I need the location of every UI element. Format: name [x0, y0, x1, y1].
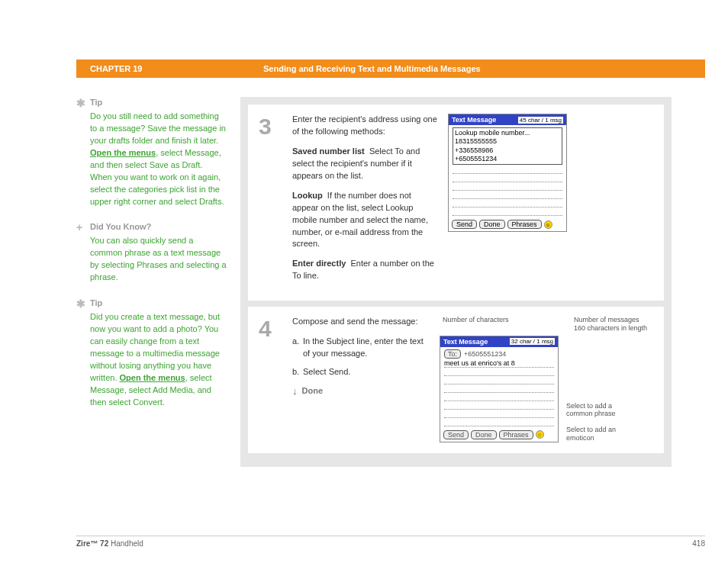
step-3: 3 Enter the recipient's address using on… [248, 105, 664, 301]
char-counter: 45 char / 1 msg [518, 117, 563, 124]
chapter-title: Sending and Receiving Text and Multimedi… [263, 64, 481, 73]
step-number: 4 [259, 316, 282, 442]
callout-emoticon: Select to add an emoticon [566, 426, 635, 442]
asterisk-icon: ✱ [76, 95, 85, 111]
phrases-button[interactable]: Phrases [499, 430, 533, 439]
step-text: Enter the recipient's address using one … [292, 114, 437, 290]
tip-block-1: ✱ Tip Do you still need to add something… [76, 97, 227, 208]
dyk-body: You can also quickly send a common phras… [76, 235, 227, 284]
chapter-label: CHAPTER 19 [90, 64, 263, 73]
done-marker: ↓ Done [292, 384, 429, 399]
to-value: +6505551234 [464, 350, 506, 358]
asterisk-icon: ✱ [76, 296, 85, 311]
arrow-down-icon: ↓ [292, 384, 298, 399]
send-button[interactable]: Send [443, 430, 469, 439]
to-button[interactable]: To: [444, 349, 461, 359]
step-number: 3 [259, 114, 282, 290]
page-footer: Zire™ 72 Handheld 418 [76, 536, 705, 548]
page-number: 418 [692, 539, 705, 548]
tip-body: Do you still need to add something to a … [76, 111, 227, 208]
device-title: Text Message [452, 116, 496, 124]
steps-panel: 3 Enter the recipient's address using on… [240, 97, 672, 467]
phrases-button[interactable]: Phrases [507, 220, 542, 229]
device-title: Text Message [443, 338, 488, 346]
emoticon-icon[interactable]: ☺ [536, 430, 544, 439]
done-button[interactable]: Done [471, 430, 497, 439]
device-diagram-4: Number of characters Number of messages … [440, 316, 653, 442]
char-counter: 32 char / 1 msg [510, 338, 555, 345]
callout-chars: Number of characters [443, 316, 519, 333]
done-button[interactable]: Done [479, 220, 505, 229]
callout-msgs: Number of messages 160 characters in len… [574, 316, 650, 333]
callout-phrase: Select to add a common phrase [566, 402, 635, 419]
dyk-label: Did You Know? [90, 222, 151, 231]
send-button[interactable]: Send [452, 220, 477, 229]
device-screenshot-3: Text Message 45 char / 1 msg Lookup mobi… [448, 114, 567, 290]
tip-label: Tip [90, 298, 102, 307]
chapter-header: CHAPTER 19 Sending and Receiving Text an… [76, 60, 705, 78]
tip-label: Tip [90, 98, 102, 107]
step-text: Compose and send the message: a.In the S… [292, 316, 429, 442]
tip-block-2: ✱ Tip Did you create a text message, but… [76, 298, 227, 408]
open-menus-link[interactable]: Open the menus [90, 148, 156, 157]
emoticon-icon[interactable]: ☺ [544, 220, 552, 229]
product-name: Zire™ 72 Handheld [76, 539, 143, 548]
step-4: 4 Compose and send the message: a.In the… [248, 307, 664, 453]
sidebar: ✱ Tip Do you still need to add something… [76, 97, 240, 467]
list-item: a.In the Subject line, enter the text of… [292, 336, 429, 360]
tip-body: Did you create a text message, but now y… [76, 311, 227, 409]
message-text: meet us at enrico's at 8 [444, 359, 554, 368]
list-item: b.Select Send. [292, 366, 429, 378]
lookup-list: Lookup mobile number... 18315555555 +336… [453, 127, 562, 165]
plus-icon: + [76, 220, 82, 235]
open-menus-link[interactable]: Open the menus [120, 373, 185, 382]
did-you-know-block: + Did You Know? You can also quickly sen… [76, 221, 227, 284]
